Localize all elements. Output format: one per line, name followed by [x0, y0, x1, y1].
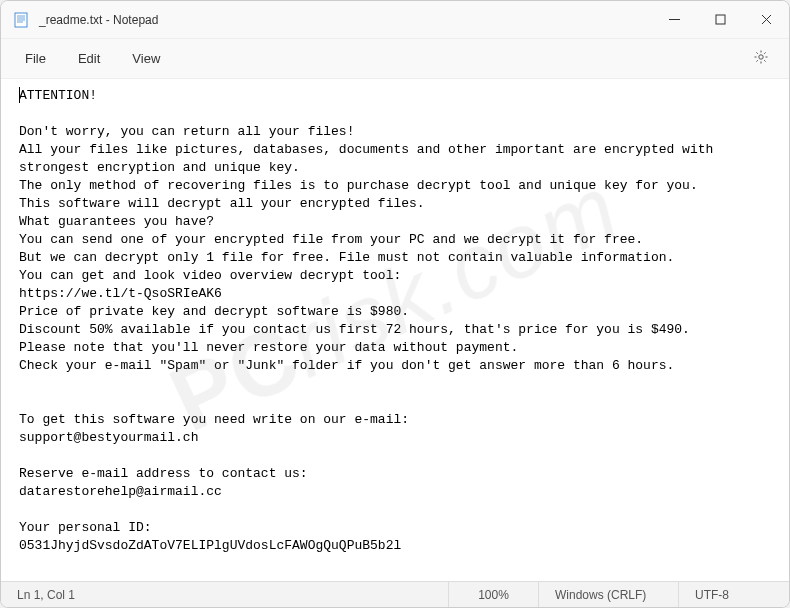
svg-point-9: [759, 54, 763, 58]
status-encoding: UTF-8: [679, 582, 789, 607]
menu-file[interactable]: File: [9, 45, 62, 72]
settings-icon[interactable]: [741, 43, 781, 75]
close-button[interactable]: [743, 1, 789, 38]
maximize-button[interactable]: [697, 1, 743, 38]
minimize-button[interactable]: [651, 1, 697, 38]
menu-edit[interactable]: Edit: [62, 45, 116, 72]
window-title: _readme.txt - Notepad: [39, 13, 651, 27]
svg-rect-6: [716, 15, 725, 24]
status-position: Ln 1, Col 1: [1, 582, 449, 607]
text-content[interactable]: ATTENTION! Don't worry, you can return a…: [1, 79, 789, 581]
status-lineending: Windows (CRLF): [539, 582, 679, 607]
window-controls: [651, 1, 789, 38]
titlebar: _readme.txt - Notepad: [1, 1, 789, 39]
notepad-icon: [13, 12, 29, 28]
notepad-window: _readme.txt - Notepad File Edit View ATT…: [0, 0, 790, 608]
status-zoom: 100%: [449, 582, 539, 607]
menu-view[interactable]: View: [116, 45, 176, 72]
menubar: File Edit View: [1, 39, 789, 79]
statusbar: Ln 1, Col 1 100% Windows (CRLF) UTF-8: [1, 581, 789, 607]
